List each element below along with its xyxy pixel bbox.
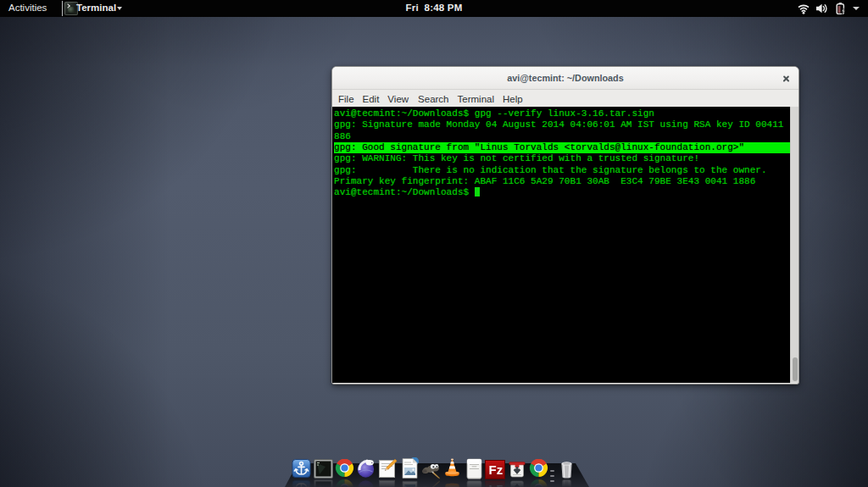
svg-text:Fz: Fz <box>489 462 504 477</box>
